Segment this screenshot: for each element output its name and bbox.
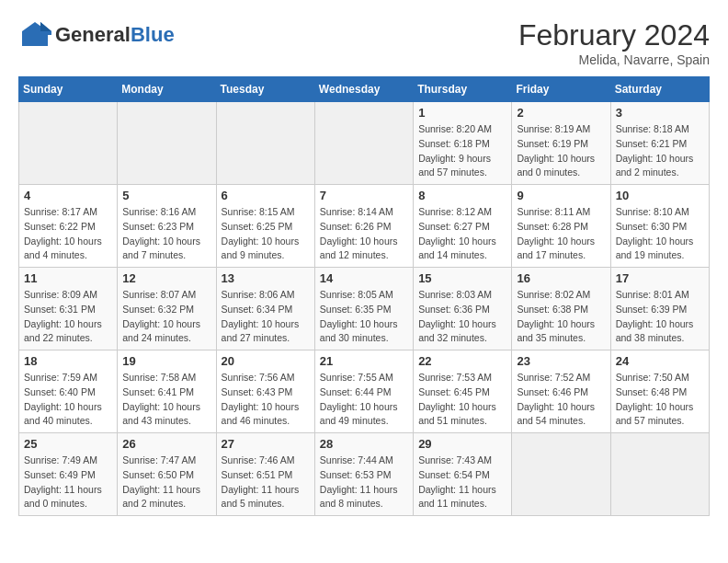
day-number: 17 [616, 271, 704, 285]
day-number: 9 [517, 189, 605, 202]
day-info: Sunrise: 7:47 AM Sunset: 6:50 PM Dayligh… [122, 454, 210, 511]
day-info: Sunrise: 8:14 AM Sunset: 6:26 PM Dayligh… [320, 205, 408, 263]
location: Melida, Navarre, Spain [518, 52, 710, 67]
day-number: 29 [418, 437, 506, 451]
day-info: Sunrise: 8:19 AM Sunset: 6:19 PM Dayligh… [517, 122, 605, 180]
day-number: 23 [517, 354, 605, 368]
calendar-cell: 27Sunrise: 7:46 AM Sunset: 6:51 PM Dayli… [216, 433, 314, 516]
day-number: 21 [320, 354, 408, 368]
day-number: 22 [418, 354, 506, 368]
day-number: 16 [517, 271, 605, 285]
calendar-cell: 10Sunrise: 8:10 AM Sunset: 6:30 PM Dayli… [610, 185, 709, 268]
day-info: Sunrise: 8:09 AM Sunset: 6:31 PM Dayligh… [24, 288, 112, 346]
calendar-cell: 12Sunrise: 8:07 AM Sunset: 6:32 PM Dayli… [118, 268, 216, 350]
logo-general: General [55, 23, 131, 46]
calendar-table: SundayMondayTuesdayWednesdayThursdayFrid… [18, 76, 710, 516]
day-number: 27 [222, 437, 310, 451]
calendar-cell [118, 102, 216, 185]
calendar-cell: 14Sunrise: 8:05 AM Sunset: 6:35 PM Dayli… [314, 268, 413, 350]
calendar-cell: 18Sunrise: 7:59 AM Sunset: 6:40 PM Dayli… [19, 350, 118, 433]
day-info: Sunrise: 8:20 AM Sunset: 6:18 PM Dayligh… [418, 122, 506, 180]
weekday-header-row: SundayMondayTuesdayWednesdayThursdayFrid… [19, 77, 710, 102]
day-info: Sunrise: 7:59 AM Sunset: 6:40 PM Dayligh… [24, 371, 112, 429]
calendar-cell: 29Sunrise: 7:43 AM Sunset: 6:54 PM Dayli… [414, 433, 512, 516]
calendar-cell [610, 433, 709, 516]
calendar-cell: 23Sunrise: 7:52 AM Sunset: 6:46 PM Dayli… [512, 350, 610, 433]
day-info: Sunrise: 7:44 AM Sunset: 6:53 PM Dayligh… [320, 454, 408, 511]
calendar-cell [216, 102, 314, 185]
calendar-cell: 25Sunrise: 7:49 AM Sunset: 6:49 PM Dayli… [19, 433, 118, 516]
calendar-cell: 7Sunrise: 8:14 AM Sunset: 6:26 PM Daylig… [314, 185, 413, 268]
day-number: 5 [122, 189, 210, 202]
calendar-cell: 20Sunrise: 7:56 AM Sunset: 6:43 PM Dayli… [216, 350, 314, 433]
calendar-cell: 1Sunrise: 8:20 AM Sunset: 6:18 PM Daylig… [414, 102, 512, 185]
calendar-row: 18Sunrise: 7:59 AM Sunset: 6:40 PM Dayli… [19, 350, 710, 433]
logo-blue: Blue [131, 23, 175, 46]
calendar-cell: 4Sunrise: 8:17 AM Sunset: 6:22 PM Daylig… [19, 185, 118, 268]
calendar-cell: 5Sunrise: 8:16 AM Sunset: 6:23 PM Daylig… [118, 185, 216, 268]
svg-marker-2 [40, 22, 51, 31]
calendar-cell: 17Sunrise: 8:01 AM Sunset: 6:39 PM Dayli… [610, 268, 709, 350]
day-info: Sunrise: 7:49 AM Sunset: 6:49 PM Dayligh… [24, 454, 112, 511]
day-number: 26 [122, 437, 210, 451]
day-number: 18 [24, 354, 112, 368]
day-info: Sunrise: 8:11 AM Sunset: 6:28 PM Dayligh… [517, 205, 605, 263]
day-info: Sunrise: 7:56 AM Sunset: 6:43 PM Dayligh… [222, 371, 310, 429]
day-number: 1 [418, 106, 506, 120]
day-info: Sunrise: 8:01 AM Sunset: 6:39 PM Dayligh… [616, 288, 704, 346]
calendar-cell: 28Sunrise: 7:44 AM Sunset: 6:53 PM Dayli… [314, 433, 413, 516]
day-number: 14 [320, 271, 408, 285]
day-number: 2 [517, 106, 605, 120]
day-info: Sunrise: 8:10 AM Sunset: 6:30 PM Dayligh… [616, 205, 704, 263]
title-block: February 2024 Melida, Navarre, Spain [518, 18, 710, 67]
calendar-cell: 11Sunrise: 8:09 AM Sunset: 6:31 PM Dayli… [19, 268, 118, 350]
calendar-row: 1Sunrise: 8:20 AM Sunset: 6:18 PM Daylig… [19, 102, 710, 185]
day-info: Sunrise: 8:12 AM Sunset: 6:27 PM Dayligh… [418, 205, 506, 263]
weekday-header: Friday [512, 77, 610, 102]
calendar-row: 11Sunrise: 8:09 AM Sunset: 6:31 PM Dayli… [19, 268, 710, 350]
calendar-body: 1Sunrise: 8:20 AM Sunset: 6:18 PM Daylig… [19, 102, 710, 516]
day-info: Sunrise: 8:06 AM Sunset: 6:34 PM Dayligh… [222, 288, 310, 346]
calendar-cell: 24Sunrise: 7:50 AM Sunset: 6:48 PM Dayli… [610, 350, 709, 433]
day-number: 11 [24, 271, 112, 285]
page-header: GeneralBlue February 2024 Melida, Navarr… [18, 18, 710, 67]
calendar-row: 25Sunrise: 7:49 AM Sunset: 6:49 PM Dayli… [19, 433, 710, 516]
day-number: 4 [24, 189, 112, 202]
day-info: Sunrise: 8:02 AM Sunset: 6:38 PM Dayligh… [517, 288, 605, 346]
day-number: 19 [122, 354, 210, 368]
calendar-cell: 19Sunrise: 7:58 AM Sunset: 6:41 PM Dayli… [118, 350, 216, 433]
day-number: 8 [418, 189, 506, 202]
day-info: Sunrise: 8:05 AM Sunset: 6:35 PM Dayligh… [320, 288, 408, 346]
weekday-header: Monday [118, 77, 216, 102]
day-info: Sunrise: 7:46 AM Sunset: 6:51 PM Dayligh… [222, 454, 310, 511]
day-info: Sunrise: 8:17 AM Sunset: 6:22 PM Dayligh… [24, 205, 112, 263]
calendar-cell [314, 102, 413, 185]
day-number: 12 [122, 271, 210, 285]
calendar-cell: 8Sunrise: 8:12 AM Sunset: 6:27 PM Daylig… [414, 185, 512, 268]
calendar-cell: 26Sunrise: 7:47 AM Sunset: 6:50 PM Dayli… [118, 433, 216, 516]
day-info: Sunrise: 7:53 AM Sunset: 6:45 PM Dayligh… [418, 371, 506, 429]
weekday-header: Thursday [414, 77, 512, 102]
logo: GeneralBlue [18, 18, 175, 52]
weekday-header: Tuesday [216, 77, 314, 102]
day-info: Sunrise: 8:16 AM Sunset: 6:23 PM Dayligh… [122, 205, 210, 263]
calendar-row: 4Sunrise: 8:17 AM Sunset: 6:22 PM Daylig… [19, 185, 710, 268]
day-info: Sunrise: 7:55 AM Sunset: 6:44 PM Dayligh… [320, 371, 408, 429]
calendar-cell: 22Sunrise: 7:53 AM Sunset: 6:45 PM Dayli… [414, 350, 512, 433]
day-info: Sunrise: 8:15 AM Sunset: 6:25 PM Dayligh… [222, 205, 310, 263]
calendar-cell: 6Sunrise: 8:15 AM Sunset: 6:25 PM Daylig… [216, 185, 314, 268]
day-number: 28 [320, 437, 408, 451]
day-info: Sunrise: 7:52 AM Sunset: 6:46 PM Dayligh… [517, 371, 605, 429]
calendar-cell [19, 102, 118, 185]
weekday-header: Wednesday [314, 77, 413, 102]
day-number: 6 [222, 189, 310, 202]
day-number: 7 [320, 189, 408, 202]
day-info: Sunrise: 7:43 AM Sunset: 6:54 PM Dayligh… [418, 454, 506, 511]
day-info: Sunrise: 8:03 AM Sunset: 6:36 PM Dayligh… [418, 288, 506, 346]
day-number: 13 [222, 271, 310, 285]
calendar-cell: 9Sunrise: 8:11 AM Sunset: 6:28 PM Daylig… [512, 185, 610, 268]
calendar-header: SundayMondayTuesdayWednesdayThursdayFrid… [19, 77, 710, 102]
calendar-cell: 16Sunrise: 8:02 AM Sunset: 6:38 PM Dayli… [512, 268, 610, 350]
month-title: February 2024 [518, 18, 710, 52]
calendar-cell: 2Sunrise: 8:19 AM Sunset: 6:19 PM Daylig… [512, 102, 610, 185]
